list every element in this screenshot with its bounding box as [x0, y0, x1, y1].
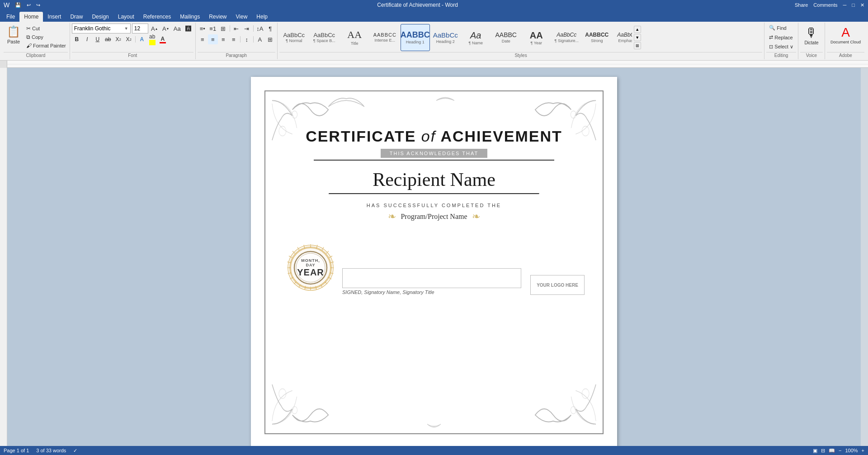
- strikethrough-button[interactable]: ab: [103, 34, 113, 44]
- para-row2: ≡ ≡ ≡ ≡ ↕ A ⊞: [198, 34, 275, 44]
- style-heading2-preview: AaBbCc: [433, 31, 458, 39]
- quick-access-undo[interactable]: ↩: [27, 2, 31, 8]
- zoom-in[interactable]: +: [862, 448, 864, 453]
- style-heading2[interactable]: AaBbCc Heading 2: [431, 24, 460, 51]
- replace-button[interactable]: ⇄ Replace: [766, 33, 795, 42]
- sort-button[interactable]: ↕A: [255, 24, 265, 33]
- bold-button[interactable]: B: [72, 34, 82, 44]
- tab-review[interactable]: Review: [204, 12, 231, 22]
- show-marks-button[interactable]: ¶: [265, 24, 275, 33]
- quick-access-save[interactable]: 💾: [15, 2, 21, 8]
- cert-title-part2: ACHIEVEMENT: [436, 128, 562, 145]
- align-center-button[interactable]: ≡: [208, 34, 218, 44]
- style-name[interactable]: Aa ¶ Name: [461, 24, 491, 51]
- select-button[interactable]: ⊡ Select ∨: [766, 43, 796, 51]
- justify-button[interactable]: ≡: [229, 34, 239, 44]
- styles-scroll-down[interactable]: ▼: [634, 34, 641, 41]
- signatory-name: Signatory Name: [364, 289, 400, 295]
- multilevel-button[interactable]: ⊞: [218, 24, 228, 33]
- style-emphasis-preview: AaBbCc: [617, 32, 632, 38]
- view-print-layout[interactable]: ▣: [813, 448, 817, 454]
- tab-view[interactable]: View: [231, 12, 252, 22]
- font-size-input[interactable]: 12: [132, 24, 148, 33]
- style-heading1[interactable]: AABBC Heading 1: [401, 24, 430, 51]
- style-intense[interactable]: AABBCC Intense E...: [370, 24, 400, 51]
- styles-content: AaBbCc ¶ Normal AaBbCc ¶ Space B... AA T…: [279, 24, 763, 51]
- font-grow-button[interactable]: A▲: [150, 24, 160, 33]
- style-year[interactable]: AA ¶ Year: [522, 24, 551, 51]
- superscript-button[interactable]: X2: [124, 34, 134, 44]
- share-button[interactable]: Share: [795, 2, 808, 8]
- change-case-button[interactable]: Aa: [172, 24, 182, 33]
- copy-button[interactable]: ⧉ Copy: [24, 33, 68, 41]
- tab-help[interactable]: Help: [252, 12, 272, 22]
- line-spacing-button[interactable]: ↕: [242, 34, 252, 44]
- comments-button[interactable]: Comments: [813, 2, 837, 8]
- style-emphasis[interactable]: AaBbCc Emphasis: [613, 24, 632, 51]
- tab-references[interactable]: References: [139, 12, 175, 22]
- certificate-program[interactable]: Program/Project Name: [401, 213, 467, 221]
- dictate-button[interactable]: 🎙 Dictate: [800, 24, 823, 47]
- editing-label: Editing: [766, 52, 796, 58]
- signed-text: SIGNED,: [342, 289, 363, 295]
- text-effects-button[interactable]: A: [137, 34, 147, 44]
- italic-button[interactable]: I: [82, 34, 92, 44]
- find-button[interactable]: 🔍 Find: [766, 24, 789, 32]
- styles-scroll-up[interactable]: ▲: [634, 26, 641, 33]
- numbering-button[interactable]: ≡1: [208, 24, 218, 33]
- borders-button[interactable]: ⊞: [265, 34, 275, 44]
- document-cloud-button[interactable]: A Document Cloud: [827, 24, 864, 46]
- certificate-recipient[interactable]: Recipient Name: [373, 169, 495, 190]
- bullets-button[interactable]: ≡•: [198, 24, 208, 33]
- font-group: Franklin Gothic ▼ 12 A▲ A▼ Aa 🅰 B I U ab: [70, 23, 196, 59]
- increase-indent-button[interactable]: ⇥: [242, 24, 252, 33]
- align-right-button[interactable]: ≡: [218, 34, 228, 44]
- close-button[interactable]: ✕: [860, 2, 864, 8]
- minimize-button[interactable]: ─: [843, 2, 847, 8]
- highlight-button[interactable]: ab: [147, 34, 157, 44]
- style-spaced[interactable]: AaBbCc ¶ Space B...: [310, 24, 339, 51]
- style-title[interactable]: AA Title: [340, 24, 369, 51]
- underline-button[interactable]: U: [93, 34, 103, 44]
- cut-button[interactable]: ✂ Cut: [24, 24, 68, 33]
- font-name-dropdown[interactable]: Franklin Gothic ▼: [72, 24, 131, 33]
- page-info: Page 1 of 1: [4, 448, 29, 454]
- tab-file[interactable]: File: [2, 12, 19, 22]
- tab-layout[interactable]: Layout: [113, 12, 139, 22]
- style-date[interactable]: AABBC Date: [491, 24, 521, 51]
- style-normal[interactable]: AaBbCc ¶ Normal: [279, 24, 309, 51]
- format-painter-button[interactable]: 🖌 Format Painter: [24, 42, 68, 50]
- view-web-layout[interactable]: ⊟: [821, 448, 825, 454]
- document-area[interactable]: CERTIFICATE of ACHIEVEMENT THIS ACKNOWLE…: [7, 68, 861, 455]
- signatory-title: Signatory Title: [402, 289, 434, 295]
- tab-home[interactable]: Home: [19, 12, 43, 22]
- style-sig1[interactable]: AaBbCc ¶ Signature...: [552, 24, 581, 51]
- certificate-logo-box[interactable]: YOUR LOGO HERE: [530, 275, 585, 295]
- clear-format-button[interactable]: 🅰: [184, 24, 193, 33]
- maximize-button[interactable]: □: [852, 2, 855, 8]
- tab-mailings[interactable]: Mailings: [175, 12, 204, 22]
- paste-button[interactable]: 📋 Paste: [4, 24, 24, 45]
- tab-design[interactable]: Design: [87, 12, 113, 22]
- decrease-indent-button[interactable]: ⇤: [231, 24, 241, 33]
- font-color-button[interactable]: A: [158, 34, 168, 44]
- voice-label: Voice: [800, 52, 823, 58]
- tab-insert[interactable]: Insert: [43, 12, 66, 22]
- cut-label: Cut: [32, 26, 40, 31]
- style-date-name: Date: [502, 39, 510, 43]
- align-left-button[interactable]: ≡: [198, 34, 208, 44]
- voice-content: 🎙 Dictate: [800, 24, 823, 51]
- style-spaced-name: ¶ Space B...: [313, 38, 335, 43]
- subscript-button[interactable]: X2: [113, 34, 123, 44]
- view-read-mode[interactable]: 📖: [829, 448, 835, 454]
- certificate-signature-box[interactable]: [342, 268, 521, 288]
- quick-access-redo[interactable]: ↪: [36, 2, 40, 8]
- zoom-out[interactable]: −: [839, 448, 841, 453]
- tab-draw[interactable]: Draw: [66, 12, 87, 22]
- style-title-name: Title: [351, 41, 359, 46]
- style-strong[interactable]: AABBCC Strong: [582, 24, 612, 51]
- right-scrollbar[interactable]: [861, 68, 868, 455]
- shading-button[interactable]: A: [255, 34, 265, 44]
- font-shrink-button[interactable]: A▼: [161, 24, 171, 33]
- styles-more[interactable]: ⊞: [634, 42, 641, 49]
